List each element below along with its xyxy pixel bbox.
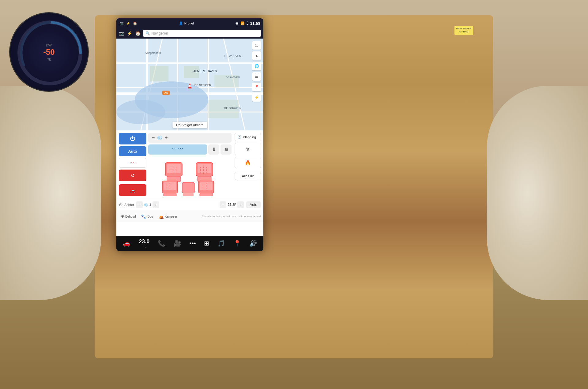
home-icon: 🏠 — [133, 21, 137, 25]
taskbar-car[interactable]: 🚗 — [123, 240, 130, 247]
taskbar-camera[interactable]: 🎥 — [174, 240, 181, 247]
search-bar[interactable]: 🔍 Navigeren — [143, 30, 261, 37]
seat-left — [0, 86, 101, 300]
left-buttons: ⏻ Auto 〰 ↺ 🚗 — [119, 133, 146, 196]
globe-btn[interactable]: 🌐 — [252, 62, 261, 70]
nav-camera-icon[interactable]: 📷 — [119, 31, 124, 36]
svg-point-12 — [116, 100, 165, 124]
vent-feet-button[interactable]: ⬇ — [208, 144, 219, 155]
biohazard-icon: ☣ — [245, 146, 250, 152]
bluetooth-icon: ₿ — [247, 21, 248, 25]
camera-icon: 📷 — [119, 21, 124, 25]
vent-row: 〰〰 ⬇ ≋ — [148, 144, 232, 155]
heat-right-icon: 🔥 — [245, 160, 251, 166]
status-bar: 📷 ⚡ 🏠 👤 Profiel ◉ 📶 ₿ 11:58 — [116, 18, 263, 28]
svg-rect-41 — [164, 182, 176, 190]
seat-heat-right-button[interactable]: 🔥 — [235, 157, 261, 168]
car-visualization — [148, 156, 232, 196]
temp-section: − 21.5° + — [220, 201, 244, 208]
kampeer-label: Kampeer — [165, 215, 177, 218]
map-controls: 10 ▲ 🌐 ☰ 📍 ⚡ — [252, 41, 261, 102]
dog-button[interactable]: 🐾 Dog — [139, 213, 155, 220]
taskbar-grid-icon: ⊞ — [204, 240, 209, 247]
planning-button[interactable]: 🕐 Planning — [235, 133, 261, 141]
auto-button[interactable]: Auto — [119, 146, 146, 156]
fan-value-small: 4 — [149, 203, 151, 207]
temp-value: 21.5° — [228, 203, 236, 207]
fan-minus-button[interactable]: − — [151, 135, 156, 140]
svg-text:DE HOVEN: DE HOVEN — [225, 76, 240, 79]
top-controls: ⏻ Auto 〰 ↺ 🚗 − 💨 + 〰〰 ⬇ ≋ — [116, 130, 263, 199]
svg-rect-29 — [167, 164, 181, 173]
svg-text:A6: A6 — [164, 92, 168, 95]
status-icons-right: ◉ 📶 ₿ 11:58 — [236, 21, 260, 26]
clock-icon: 🕐 — [237, 135, 242, 139]
vent-defrost-btn[interactable]: ≋ — [221, 144, 232, 155]
taskbar-phone[interactable]: 📞 — [158, 240, 165, 247]
fan-temp-section: − 💨 4 + — [136, 201, 159, 208]
temp-minus-btn[interactable]: − — [220, 201, 226, 208]
fan-icon-small: 💨 — [144, 203, 148, 207]
nav-bolt-icon[interactable]: ⚡ — [127, 31, 132, 36]
fan-icon: 💨 — [157, 135, 162, 140]
temp-auto-button[interactable]: Auto — [246, 201, 261, 208]
taskbar-phone-icon: 📞 — [158, 240, 165, 247]
svg-rect-47 — [200, 193, 213, 196]
list-btn[interactable]: ☰ — [252, 72, 261, 81]
behoud-button[interactable]: ❄ Behoud — [119, 213, 138, 220]
planning-label: Planning — [243, 135, 256, 139]
nav-home-icon[interactable]: 🏠 — [135, 31, 141, 36]
defrost2-button[interactable]: 🚗 — [119, 184, 146, 196]
map-area[interactable]: A6 ALMERE HAVEN DE HOVEN Vliegerspark DE… — [116, 39, 263, 130]
taskbar-car-icon: 🚗 — [123, 240, 130, 247]
clock: 11:58 — [250, 21, 260, 26]
fan-plus-button[interactable]: + — [164, 135, 169, 140]
alles-uit-button[interactable]: Alles uit — [235, 172, 261, 180]
signal-icon: 📶 — [240, 21, 245, 25]
kampeer-button[interactable]: ⛺ Kampeer — [157, 213, 179, 220]
pin-btn[interactable]: 📍 — [252, 83, 261, 91]
fan-plus-btn[interactable]: + — [153, 201, 159, 208]
biohazard-button[interactable]: ☣ — [235, 143, 261, 155]
temp-plus-btn[interactable]: + — [237, 201, 244, 208]
profile-button[interactable]: 👤 Profiel — [179, 21, 194, 25]
bottom-temp-row: ⏻ Achter − 💨 4 + − 21.5° + Auto — [116, 199, 263, 211]
svg-point-25 — [189, 85, 191, 87]
svg-rect-13 — [150, 66, 168, 81]
seat-heat-button[interactable]: 〰 — [119, 158, 146, 168]
taskbar: 🚗 23.0 ⌃⌄ 📞 🎥 ••• ⊞ 🎵 📍 🔊 — [116, 236, 263, 251]
lightning-btn[interactable]: ⚡ — [252, 93, 261, 102]
profile-label: Profiel — [184, 21, 194, 25]
map-svg: A6 ALMERE HAVEN DE HOVEN Vliegerspark DE… — [116, 39, 263, 130]
nav-icons: 📷 ⚡ 🏠 — [119, 31, 141, 36]
svg-text:ALMERE HAVEN: ALMERE HAVEN — [193, 69, 217, 73]
zoom-indicator[interactable]: 10 — [252, 41, 261, 50]
taskbar-map[interactable]: 📍 — [233, 240, 241, 247]
seat-right — [487, 86, 588, 300]
airbag-warning: PASSENGERAIRBAG — [454, 26, 473, 35]
taskbar-volume[interactable]: 🔊 — [249, 240, 257, 247]
car-seats-svg — [159, 156, 221, 196]
compass-btn[interactable]: ▲ — [252, 51, 261, 60]
climate-area: ⏻ Auto 〰 ↺ 🚗 − 💨 + 〰〰 ⬇ ≋ — [116, 130, 263, 236]
alles-uit-label: Alles uit — [242, 174, 254, 178]
taskbar-spotify-icon: 🎵 — [217, 240, 225, 247]
power-button[interactable]: ⏻ — [119, 133, 146, 144]
defrost-button[interactable]: ↺ — [119, 170, 146, 181]
svg-text:DE STEIGER: DE STEIGER — [194, 84, 211, 87]
taskbar-arrows: ⌃⌄ — [142, 245, 146, 248]
taskbar-dots[interactable]: ••• — [189, 240, 196, 247]
achter-label: Achter — [124, 203, 134, 207]
preset-row: ❄ Behoud 🐾 Dog ⛺ Kampeer Climate control… — [116, 211, 263, 222]
bolt-icon: ⚡ — [126, 21, 130, 25]
fan-minus-btn[interactable]: − — [136, 201, 143, 208]
vent-face-button[interactable]: 〰〰 — [148, 144, 207, 155]
taskbar-spotify[interactable]: 🎵 — [217, 240, 225, 247]
svg-rect-48 — [200, 182, 213, 190]
taskbar-grid[interactable]: ⊞ — [204, 240, 209, 247]
taskbar-temperature: 23.0 — [139, 238, 149, 245]
behoud-icon: ❄ — [121, 214, 124, 219]
fan-speed-row: − 💨 + — [148, 133, 232, 143]
preset-note: Climate control gaat uit com u uit de au… — [181, 215, 261, 218]
center-controls: − 💨 + 〰〰 ⬇ ≋ — [146, 133, 233, 196]
